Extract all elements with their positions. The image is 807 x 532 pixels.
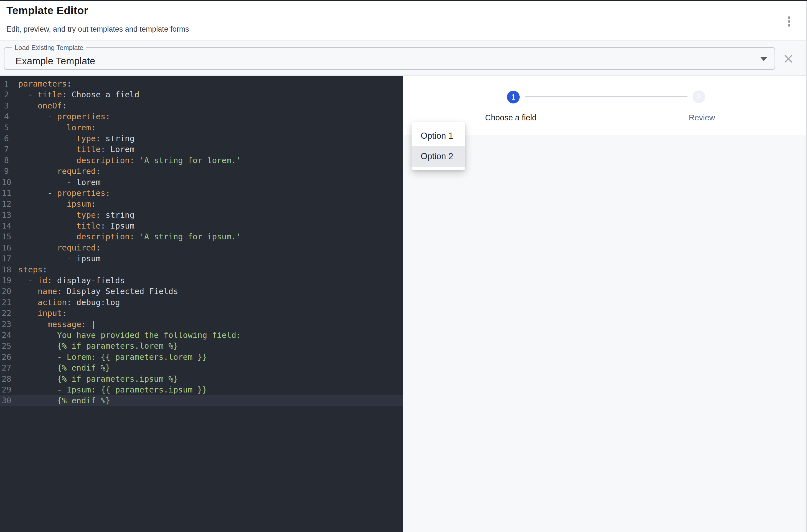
- field-options-menu: Option 1Option 2: [411, 122, 465, 170]
- line-number: 8: [2, 155, 9, 166]
- menu-item-option-2[interactable]: Option 2: [411, 146, 465, 167]
- template-selector-section: Load Existing Template Example Template: [0, 40, 807, 76]
- step-1-number: 1: [511, 93, 515, 101]
- line-number: 13: [2, 210, 9, 221]
- line-number: 22: [2, 308, 9, 319]
- line-number: 25: [2, 341, 9, 352]
- page-title: Template Editor: [6, 4, 88, 17]
- code-lines: 1parameters:2 - title: Choose a field3 o…: [0, 78, 403, 406]
- clear-template-button[interactable]: [781, 51, 796, 67]
- step-1-label: Choose a field: [455, 113, 566, 122]
- code-line: 9 required:: [0, 166, 403, 177]
- code-line: 27 {% endif %}: [0, 362, 403, 373]
- code-line: 19 - id: display-fields: [0, 275, 403, 286]
- line-number: 4: [2, 111, 9, 122]
- template-editor-page: { "header": { "title": "Template Editor"…: [0, 0, 807, 532]
- code-line: 17 - ipsum: [0, 253, 403, 264]
- line-number: 16: [2, 243, 9, 253]
- code-line: 26 - Lorem: {{ parameters.lorem }}: [0, 352, 403, 362]
- code-line: 4 - properties:: [0, 111, 403, 122]
- more-options-button[interactable]: [779, 12, 799, 31]
- close-icon: [784, 54, 793, 63]
- line-number: 11: [2, 188, 9, 198]
- step-2-number: 2: [697, 93, 701, 101]
- code-line: 1parameters:: [0, 78, 403, 89]
- kebab-menu-icon: [788, 16, 790, 26]
- line-number: 28: [2, 374, 9, 384]
- code-line: 25 {% if parameters.lorem %}: [0, 341, 403, 352]
- line-number: 7: [2, 144, 9, 155]
- page-subtitle: Edit, preview, and try out templates and…: [6, 25, 189, 34]
- step-1-circle: 1: [507, 91, 520, 103]
- line-number: 21: [2, 297, 9, 308]
- line-number: 1: [2, 78, 9, 89]
- code-line: 12 ipsum:: [0, 198, 403, 209]
- select-label: Load Existing Template: [12, 44, 86, 52]
- code-line: 10 - lorem: [0, 177, 403, 188]
- chevron-down-icon: [760, 57, 767, 61]
- step-2-circle: 2: [692, 91, 705, 103]
- line-number: 6: [2, 133, 9, 144]
- code-line: 11 - properties:: [0, 188, 403, 198]
- code-line: 28 {% if parameters.ipsum %}: [0, 374, 403, 384]
- code-line: 24 You have provided the following field…: [0, 330, 403, 341]
- line-number: 23: [2, 319, 9, 330]
- code-line: 21 action: debug:log: [0, 297, 403, 308]
- code-line: 16 required:: [0, 243, 403, 253]
- line-number: 17: [2, 253, 9, 264]
- code-line: 22 input:: [0, 308, 403, 319]
- line-number: 29: [2, 384, 9, 395]
- code-line: 3 oneOf:: [0, 100, 403, 111]
- line-number: 9: [2, 166, 9, 177]
- code-line: 2 - title: Choose a field: [0, 89, 403, 100]
- code-line: 8 description: 'A string for lorem.': [0, 155, 403, 166]
- line-number: 30: [2, 395, 9, 406]
- line-number: 26: [2, 352, 9, 362]
- code-line: 14 title: Ipsum: [0, 221, 403, 231]
- code-line: 20 name: Display Selected Fields: [0, 286, 403, 297]
- page-header: Template Editor Edit, preview, and try o…: [0, 1, 807, 40]
- code-line: 18steps:: [0, 264, 403, 275]
- stepper-connector: [525, 96, 688, 97]
- code-line: 23 message: |: [0, 319, 403, 330]
- line-number: 2: [2, 89, 9, 100]
- code-line: 13 type: string: [0, 210, 403, 221]
- code-line: 30 {% endif %}: [0, 395, 403, 406]
- line-number: 20: [2, 286, 9, 297]
- line-number: 14: [2, 221, 9, 231]
- code-line: 7 title: Lorem: [0, 144, 403, 155]
- code-line: 29 - Ipsum: {{ parameters.ipsum }}: [0, 384, 403, 395]
- menu-item-option-1[interactable]: Option 1: [411, 126, 465, 146]
- line-number: 15: [2, 231, 9, 242]
- line-number: 24: [2, 330, 9, 341]
- code-line: 6 type: string: [0, 133, 403, 144]
- line-number: 12: [2, 198, 9, 209]
- code-line: 5 lorem:: [0, 122, 403, 133]
- line-number: 18: [2, 264, 9, 275]
- line-number: 10: [2, 177, 9, 188]
- line-number: 3: [2, 100, 9, 111]
- select-value: Example Template: [16, 56, 95, 66]
- step-2-label: Review: [647, 113, 757, 122]
- yaml-code-editor[interactable]: 1parameters:2 - title: Choose a field3 o…: [0, 76, 403, 532]
- line-number: 27: [2, 362, 9, 373]
- load-template-select[interactable]: Load Existing Template Example Template: [4, 47, 775, 70]
- line-number: 19: [2, 275, 9, 286]
- code-line: 15 description: 'A string for ipsum.': [0, 231, 403, 242]
- line-number: 5: [2, 122, 9, 133]
